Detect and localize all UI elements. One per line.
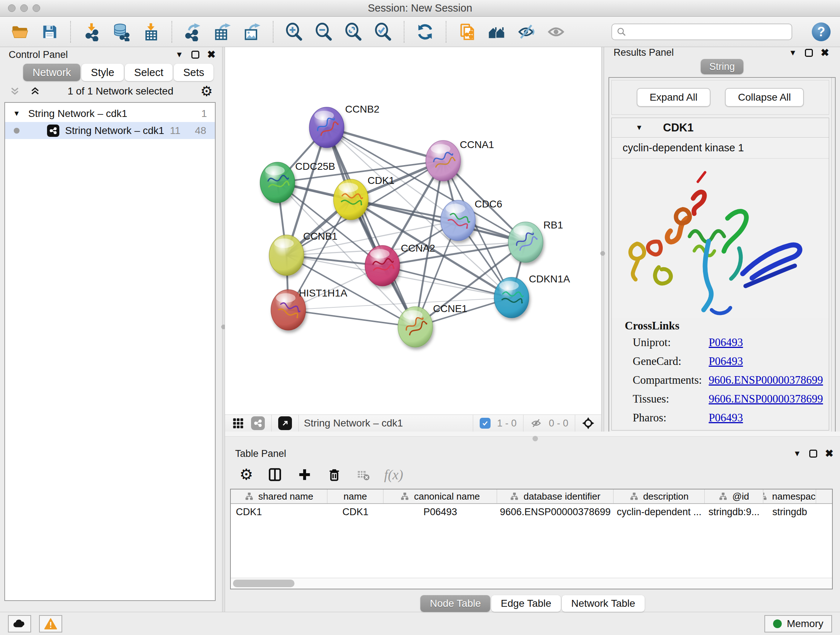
scrollbar-thumb[interactable] [233,580,294,587]
panel-float-icon[interactable] [805,49,813,57]
import-table-button[interactable] [141,21,161,42]
tab-select[interactable]: Select [125,64,173,81]
toolbar-search[interactable] [611,24,792,40]
open-session-button[interactable] [9,21,30,42]
panel-close-icon[interactable]: ✖ [821,48,829,58]
panel-close-icon[interactable]: ✖ [207,50,216,60]
network-edge[interactable] [288,310,415,327]
table-cell[interactable]: P06493 [384,507,497,518]
column-header--id[interactable]: @id [705,489,763,503]
show-columns-icon[interactable] [267,467,283,483]
column-header-database-identifier[interactable]: database identifier [497,489,614,503]
import-network-from-database-button[interactable] [111,21,132,42]
table-cell[interactable]: CDK1 [231,507,327,518]
grid-view-icon[interactable] [232,417,245,430]
results-scrollbar[interactable] [831,78,835,432]
table-cell[interactable]: stringdb:9... [705,507,763,518]
crosslink-link[interactable]: P06493 [709,411,743,424]
horizontal-splitter[interactable] [225,432,840,446]
houses-button[interactable] [486,21,507,42]
network-node-CCNE1[interactable] [398,307,433,347]
tab-edge-table[interactable]: Edge Table [491,595,561,612]
crosslink-link[interactable]: 9606.ENSP00000378699 [709,393,823,405]
table-cell[interactable]: 9606.ENSP00000378699 [497,507,614,518]
column-header-name[interactable]: name [327,489,384,503]
panel-float-icon[interactable] [809,450,817,458]
panel-close-icon[interactable]: ✖ [825,448,834,459]
panel-float-icon[interactable] [191,51,199,59]
crosslink-link[interactable]: P06493 [709,336,743,349]
column-header-canonical-name[interactable]: canonical name [384,489,497,503]
table-cell[interactable]: cyclin-dependent ... [614,507,705,518]
column-header-description[interactable]: description [614,489,705,503]
move-crosshair-icon[interactable] [582,417,595,430]
export-image-button[interactable] [242,21,263,42]
table-cell[interactable]: stringdb [763,507,816,518]
network-options-gear-icon[interactable]: ⚙ [201,84,213,98]
network-node-CCNB1[interactable] [269,235,304,276]
zoom-fit-button[interactable] [343,21,364,42]
window-minimize-button[interactable] [20,4,28,12]
network-node-RB1[interactable] [508,222,543,263]
warning-status-button[interactable] [39,615,62,632]
detach-view-button[interactable] [278,416,292,430]
window-close-button[interactable] [8,4,16,12]
table-row[interactable]: CDK1CDK1P064939606.ENSP00000378699cyclin… [231,504,832,520]
splitter-grip[interactable] [532,436,538,441]
window-zoom-button[interactable] [33,4,40,12]
vertical-splitter-right[interactable] [601,47,604,432]
export-table-button[interactable] [212,21,233,42]
help-button[interactable]: ? [812,22,831,41]
splitter-grip[interactable] [600,251,605,256]
network-node-CDK1[interactable] [333,179,368,220]
memory-button[interactable]: Memory [764,615,832,632]
hide-selected-button[interactable] [516,21,537,42]
network-canvas[interactable]: CCNB2CCNA1CDC25BCDK1CDC6RB1CCNB1CCNA2CDK… [225,47,601,415]
cloud-status-button[interactable] [8,615,31,632]
vertical-splitter-left[interactable] [222,47,225,612]
collapse-all-button[interactable]: Collapse All [725,88,804,107]
tab-sets[interactable]: Sets [174,64,213,81]
network-node-CDC25B[interactable] [260,162,295,203]
zoom-out-button[interactable] [313,21,334,42]
network-node-CCNA2[interactable] [365,245,400,286]
table-options-gear-icon[interactable]: ⚙ [240,467,253,482]
network-node-CDC6[interactable] [441,200,475,241]
network-node-CCNB2[interactable] [309,107,344,148]
network-row[interactable]: String Network – cdk1 11 48 [5,122,215,139]
string-view-button[interactable] [251,416,265,430]
zoom-in-button[interactable] [284,21,305,42]
panel-menu-icon[interactable]: ▼ [789,49,797,57]
selected-checkbox-icon[interactable] [480,418,491,429]
delete-column-icon[interactable] [326,467,342,483]
crosslink-link[interactable]: 9606.ENSP00000378699 [709,374,823,386]
expand-all-button[interactable]: Expand All [637,88,711,107]
cdk1-entry-header[interactable]: ▼ CDK1 [612,118,829,138]
table-cell[interactable]: CDK1 [327,507,384,518]
import-network-button[interactable] [81,21,102,42]
tab-node-table[interactable]: Node Table [420,595,490,612]
panel-menu-icon[interactable]: ▼ [793,450,801,458]
column-header-shared-name[interactable]: shared name [231,489,327,503]
tab-network-table[interactable]: Network Table [562,595,645,612]
network-node-CDKN1A[interactable] [494,277,529,318]
column-header-namespace[interactable]: namespace [763,489,816,503]
crosslink-link[interactable]: P06493 [709,355,743,368]
search-input[interactable] [630,26,787,37]
network-node-CCNA1[interactable] [426,141,461,181]
save-session-button[interactable] [39,21,60,42]
panel-menu-icon[interactable]: ▼ [175,51,183,59]
table-horizontal-scrollbar[interactable] [231,578,832,589]
network-collection-row[interactable]: ▼ String Network – cdk1 1 [5,105,215,122]
tab-style[interactable]: Style [81,64,123,81]
show-all-button[interactable] [546,21,567,42]
tab-string[interactable]: String [701,59,744,74]
zoom-selected-button[interactable] [373,21,393,42]
expand-all-chevron-icon[interactable] [9,86,20,97]
refresh-button[interactable] [415,21,436,42]
entry-expander-icon[interactable]: ▼ [636,124,643,132]
copy-network-button[interactable] [456,21,477,42]
collapse-all-chevron-icon[interactable] [30,86,41,97]
tree-expander-icon[interactable]: ▼ [5,109,28,118]
tab-network[interactable]: Network [23,64,80,81]
